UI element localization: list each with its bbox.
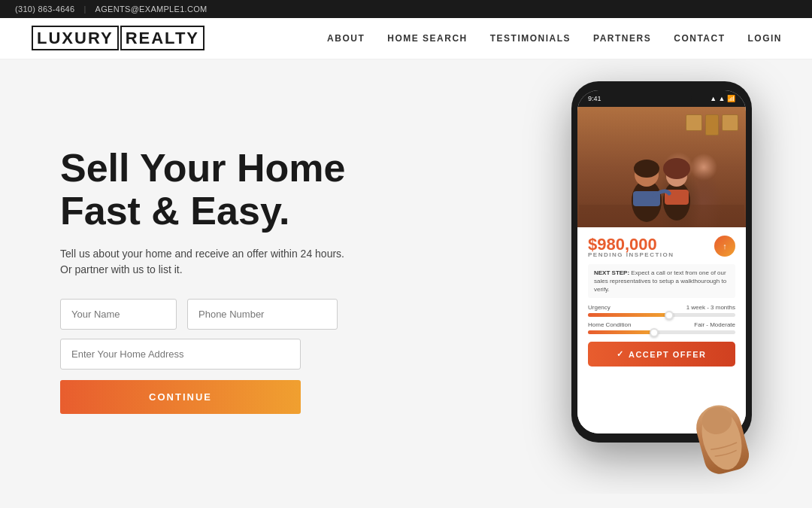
topbar: (310) 863-4646 | AGENTS@EXAMPLE1.COM <box>0 0 812 18</box>
urgency-thumb <box>665 311 674 320</box>
finger-wrap <box>699 405 744 473</box>
hero-headline: Sell Your Home Fast & Easy. <box>60 147 436 233</box>
next-step-label: NEXT STEP: <box>594 269 629 276</box>
box-3 <box>722 114 738 131</box>
slider-section: Urgency 1 week - 3 months <box>588 304 735 334</box>
nav-testimonials[interactable]: TESTIMONIALS <box>490 33 571 44</box>
offer-card: $980,000 PENDING INSPECTION ↑ NEXT STEP:… <box>577 227 746 433</box>
offer-badge-icon: ↑ <box>714 236 735 257</box>
urgency-slider-row: Urgency 1 week - 3 months <box>588 304 735 317</box>
condition-track[interactable] <box>588 330 735 334</box>
urgency-value: 1 week - 3 months <box>686 304 735 311</box>
logo-text: LUXURY <box>32 26 119 50</box>
urgency-label-row: Urgency 1 week - 3 months <box>588 304 735 311</box>
couple-svg <box>579 129 744 227</box>
phone-photo <box>577 107 746 227</box>
phone-screen: 9:41 ▲ ▲ 📶 <box>577 90 746 433</box>
nav-login[interactable]: LOGIN <box>748 33 783 44</box>
offer-price-block: $980,000 PENDING INSPECTION <box>588 235 674 258</box>
offer-price-row: $980,000 PENDING INSPECTION ↑ <box>588 235 735 258</box>
condition-fill <box>588 330 654 334</box>
moving-boxes <box>686 114 738 135</box>
condition-label: Home Condition <box>588 321 631 328</box>
offer-status: PENDING INSPECTION <box>588 251 674 258</box>
form-row-2 <box>60 339 436 380</box>
phone-device: 9:41 ▲ ▲ 📶 <box>571 81 752 443</box>
condition-thumb <box>650 328 659 337</box>
nav-about[interactable]: ABOUT <box>327 33 365 44</box>
accept-label: ACCEPT OFFER <box>629 350 707 359</box>
topbar-separator: | <box>83 5 86 14</box>
box-2 <box>705 114 719 135</box>
header: LUXURYREALTY ABOUT HOME SEARCH TESTIMONI… <box>0 18 812 59</box>
status-icons: ▲ ▲ 📶 <box>710 95 735 102</box>
topbar-email: AGENTS@EXAMPLE1.COM <box>95 5 208 14</box>
condition-slider-row: Home Condition Fair - Moderate <box>588 321 735 334</box>
logo-boxed: REALTY <box>120 26 205 50</box>
phone-mockup-wrap: 9:41 ▲ ▲ 📶 <box>571 81 752 443</box>
couple-image <box>577 107 746 227</box>
phone-input[interactable] <box>187 299 338 330</box>
topbar-phone: (310) 863-4646 <box>15 5 74 14</box>
condition-label-row: Home Condition Fair - Moderate <box>588 321 735 328</box>
svg-rect-0 <box>579 205 744 227</box>
logo[interactable]: LUXURYREALTY <box>30 29 205 48</box>
main-nav: ABOUT HOME SEARCH TESTIMONIALS PARTNERS … <box>327 33 782 44</box>
box-1 <box>686 114 702 131</box>
nav-partners[interactable]: PARTNERS <box>593 33 651 44</box>
phone-notch <box>632 92 692 105</box>
main-content: Sell Your Home Fast & Easy. Tell us abou… <box>0 59 812 494</box>
condition-value: Fair - Moderate <box>694 321 735 328</box>
offer-next-step: NEXT STEP: Expect a call or text from on… <box>588 264 735 299</box>
svg-point-3 <box>634 160 659 178</box>
urgency-track[interactable] <box>588 313 735 317</box>
hero-subtext: Tell us about your home and receive an o… <box>60 246 346 278</box>
finger-graphic <box>691 400 752 476</box>
nav-contact[interactable]: CONTACT <box>674 33 725 44</box>
urgency-label: Urgency <box>588 304 611 311</box>
form-row-1 <box>60 299 436 330</box>
svg-point-7 <box>663 158 690 179</box>
hero-right: 9:41 ▲ ▲ 📶 <box>481 59 812 494</box>
continue-button[interactable]: CONTINUE <box>60 380 301 414</box>
status-time: 9:41 <box>588 95 601 102</box>
address-input[interactable] <box>60 339 301 370</box>
checkmark-icon: ✓ <box>617 349 625 359</box>
urgency-fill <box>588 313 669 317</box>
name-input[interactable] <box>60 299 177 330</box>
finger-svg <box>691 400 752 476</box>
nav-home-search[interactable]: HOME SEARCH <box>387 33 468 44</box>
accept-offer-button[interactable]: ✓ ACCEPT OFFER <box>588 342 735 367</box>
hero-left: Sell Your Home Fast & Easy. Tell us abou… <box>0 59 481 494</box>
